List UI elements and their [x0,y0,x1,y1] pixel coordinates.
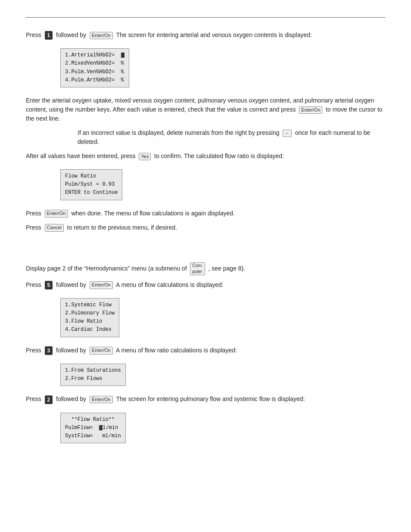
press-label-4: Press [26,281,41,288]
para-1-4: Press Enter/On when done. The menu of fl… [26,209,385,218]
para-1-4-suffix: when done. The menu of flow calculations… [71,210,235,217]
screen-5-wrapper: **Flow Ratio** PulmFlow= l/min SystFlow=… [60,409,385,447]
screen-box-1: 1.Arterial%HbO2= 2.MixedVen%HbO2= % 3.Pu… [60,48,129,87]
key-enter-on-1[interactable]: Enter/On [90,32,113,39]
para-1-5-suffix: to return to the previous menu, if desir… [67,224,177,231]
para-2-1: Press 5 followed by Enter/On A menu of f… [26,280,385,289]
indent-para-1: If an incorrect value is displayed, dele… [78,128,385,146]
para-2-3: Press 2 followed by Enter/On The screen … [26,395,385,404]
screen-box-2: Flow Ratio Pulm/Syst = 0.93 ENTER to Con… [60,169,122,200]
key-enter-on-3[interactable]: Enter/On [45,210,68,217]
para-1-5: Press Cancel to return to the previous m… [26,223,385,232]
key-back-arrow[interactable]: ← [283,130,292,137]
key-num-2: 2 [45,395,53,404]
key-num-1: 1 [45,31,53,40]
para-2-1-suffix: A menu of flow calculations is displayed… [116,281,224,288]
press-label-2: Press [26,210,41,217]
press-label-3: Press [26,224,41,231]
screen-box-4: 1.From Saturations 2.From Flows [60,364,126,386]
page: Press 1 followed by Enter/On The screen … [0,0,411,532]
key-cancel[interactable]: Cancel [45,224,64,231]
press-label-1: Press [26,31,41,38]
press-label-5: Press [26,347,41,354]
key-num-5: 5 [45,281,53,289]
screen-3-wrapper: 1.Systemic Flow 2.Pulmonary Flow 3.Flow … [60,295,385,341]
indent-para-1-text: If an incorrect value is displayed, dele… [78,129,279,136]
para-1-2: Enter the arterial oxygen uptake, mixed … [26,96,385,123]
followed-by-4: followed by [56,395,86,402]
followed-by-1: followed by [56,31,86,38]
para-2-display-suffix: , see page 8). [209,264,246,271]
key-enter-on-6[interactable]: Enter/On [90,396,113,403]
screen-box-5: **Flow Ratio** PulmFlow= l/min SystFlow=… [60,413,126,444]
para-2-2: Press 3 followed by Enter/On A menu of f… [26,346,385,355]
para-1-1-suffix: The screen for entering arterial and ven… [116,31,312,38]
key-enter-on-5[interactable]: Enter/On [90,347,113,354]
section-2: Display page 2 of the “Hemodynamics” men… [26,262,385,447]
key-enter-on-2[interactable]: Enter/On [299,106,322,114]
screen-2-wrapper: Flow Ratio Pulm/Syst = 0.93 ENTER to Con… [60,166,385,204]
screen-4-wrapper: 1.From Saturations 2.From Flows [60,360,385,389]
followed-by-3: followed by [56,347,86,354]
para-1-3-suffix: to confirm. The calculated flow ratio is… [154,152,284,159]
para-1-3: After all values have been entered, pres… [26,152,385,161]
para-2-display: Display page 2 of the “Hemodynamics” men… [26,262,385,275]
para-2-3-suffix: The screen for entering pulmonary flow a… [116,395,305,402]
para-1-1: Press 1 followed by Enter/On The screen … [26,31,385,40]
press-label-6: Press [26,395,41,402]
key-enter-on-4[interactable]: Enter/On [90,281,113,289]
key-yes[interactable]: Yes [139,153,151,160]
top-divider [26,17,385,18]
screen-1: 1.Arterial%HbO2= 2.MixedVen%HbO2= % 3.Pu… [60,45,385,91]
para-1-2-text: Enter the arterial oxygen uptake, mixed … [26,97,374,113]
para-2-display-text: Display page 2 of the “Hemodynamics” men… [26,264,187,271]
para-2-2-suffix: A menu of flow ratio calculations is dis… [116,347,237,354]
key-num-3: 3 [45,346,53,355]
followed-by-2: followed by [56,281,86,288]
key-computer[interactable]: Com-puter [190,262,205,275]
section-1: Press 1 followed by Enter/On The screen … [26,31,385,232]
screen-box-3: 1.Systemic Flow 2.Pulmonary Flow 3.Flow … [60,298,119,337]
section-gap [26,245,385,262]
para-1-3-prefix: After all values have been entered, pres… [26,152,136,159]
